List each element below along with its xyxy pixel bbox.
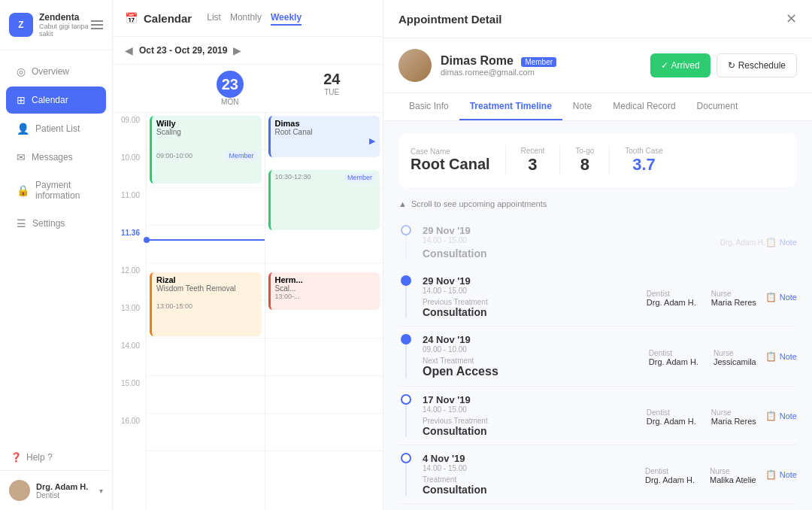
timeline-item-3: 17 Nov '19 14.00 - 15.00 Previous Treatm… — [398, 387, 797, 445]
appointment-reschedule[interactable]: 10:30-12:30 Member — [268, 170, 380, 230]
next-arrow[interactable]: ▶ — [233, 44, 241, 56]
sidebar-label-calendar: Calendar — [32, 95, 68, 105]
logo-area: Z Zendenta Cabut gigi tanpa sakit — [0, 0, 112, 50]
sidebar-label-messages: Messages — [32, 152, 73, 162]
day-num-23: 23 — [217, 71, 244, 98]
detail-body: Case Name Root Canal Recent 3 To-go 8 To… — [383, 121, 812, 510]
sidebar-label-payment: Payment information — [35, 180, 95, 201]
appointment-willy[interactable]: Willy Scaling 09:00-10:00 Member — [150, 116, 262, 184]
stat-tooth: Tooth Case 3.7 — [625, 147, 663, 175]
calendar-area: 📅 Calendar List Monthly Weekly ◀ Oct 23 … — [113, 0, 383, 510]
tab-treatment-timeline[interactable]: Treatment Timeline — [459, 93, 562, 120]
patient-avatar — [398, 49, 432, 82]
avatar — [9, 480, 30, 501]
arrived-button[interactable]: ✓ Arrived — [650, 53, 710, 77]
detail-title: Appointment Detail — [398, 13, 786, 26]
user-name: Drg. Adam H. — [36, 482, 88, 491]
case-name-block: Case Name Root Canal — [411, 147, 490, 173]
patient-details: Dimas Rome Member dimas.romee@gmail.com — [441, 54, 556, 77]
tab-note[interactable]: Note — [562, 93, 602, 120]
case-summary: Case Name Root Canal Recent 3 To-go 8 To… — [398, 133, 797, 187]
appointment-dimas[interactable]: Dimas Root Canal ▶ — [268, 116, 380, 157]
sidebar-item-calendar[interactable]: ⊞ Calendar — [6, 87, 106, 114]
day-num-24: 24 — [284, 71, 380, 88]
help-text: Help ? — [26, 452, 53, 463]
detail-header: Appointment Detail ✕ — [383, 0, 812, 38]
appointment-herm[interactable]: Herm... Scal... 13:00-... — [268, 272, 380, 310]
note-button-2[interactable]: 📋 Note — [765, 351, 797, 362]
note-button-4[interactable]: 📋 Note — [765, 469, 797, 480]
tab-basic-info[interactable]: Basic Info — [398, 93, 459, 120]
sidebar-item-patient-list[interactable]: 👤 Patient List — [6, 115, 106, 142]
patient-name: Dimas Rome — [441, 54, 514, 67]
note-button-3[interactable]: 📋 Note — [765, 411, 797, 421]
logo-text: Zendenta Cabut gigi tanpa sakit — [39, 12, 91, 38]
sidebar-item-payment[interactable]: 🔒 Payment information — [6, 172, 106, 208]
user-details: Drg. Adam H. Dentist — [36, 482, 88, 499]
day-label-mon: Mon — [182, 98, 278, 106]
logo-icon: Z — [9, 13, 33, 37]
day-headers: 23 Mon 24 Tue — [113, 65, 383, 113]
date-range: Oct 23 - Oct 29, 2019 — [139, 45, 227, 56]
hamburger-menu[interactable] — [91, 18, 103, 32]
close-button[interactable]: ✕ — [786, 11, 797, 27]
tab-document[interactable]: Document — [686, 93, 749, 120]
help-section[interactable]: ❓ Help ? — [0, 445, 112, 470]
timeline: 29 Nov '19 14.00 - 15.00 Consultation Dr… — [398, 217, 797, 510]
messages-icon: ✉ — [17, 151, 26, 163]
arrow-up-icon: ▲ — [398, 199, 407, 208]
scroll-hint-text: Scroll to see upcoming appointments — [411, 199, 547, 208]
patient-email: dimas.romee@gmail.com — [441, 68, 556, 77]
patient-info: Dimas Rome Member dimas.romee@gmail.com … — [383, 38, 812, 93]
date-nav: ◀ Oct 23 - Oct 29, 2019 ▶ — [113, 37, 383, 65]
note-button-1[interactable]: 📋 Note — [765, 292, 797, 302]
detail-panel: Appointment Detail ✕ Dimas Rome Member d… — [383, 0, 812, 510]
tab-monthly[interactable]: Monthly — [230, 11, 262, 26]
stat-togo: To-go 8 — [575, 147, 594, 175]
sidebar-item-settings[interactable]: ☰ Settings — [6, 210, 106, 237]
overview-icon: ◎ — [17, 65, 26, 77]
calendar-body: 09.00 10.00 11.00 11.36 12.00 13.00 14.0… — [113, 113, 383, 510]
prev-arrow[interactable]: ◀ — [125, 44, 133, 56]
appointment-rizal[interactable]: Rizal Wisdom Teeth Removal 13:00-15:00 — [150, 272, 262, 336]
timeline-item-1: 29 Nov '19 14.00 - 15.00 Previous Treatm… — [398, 268, 797, 326]
sidebar-item-messages[interactable]: ✉ Messages — [6, 144, 106, 171]
sidebar-label-patient: Patient List — [35, 123, 80, 134]
detail-tabs: Basic Info Treatment Timeline Note Medic… — [383, 93, 812, 121]
calendar-title: Calendar — [144, 12, 192, 25]
reschedule-button[interactable]: ↻ Reschedule — [717, 53, 797, 77]
user-role: Dentist — [36, 491, 88, 499]
grid-col-mon: Willy Scaling 09:00-10:00 Member Rizal W… — [146, 113, 265, 510]
current-time-dot — [144, 237, 150, 243]
calendar-header-icon: 📅 — [125, 12, 138, 24]
sidebar-label-overview: Overview — [32, 66, 69, 77]
user-info[interactable]: Drg. Adam H. Dentist ▾ — [9, 480, 103, 501]
chevron-down-icon[interactable]: ▾ — [99, 487, 103, 495]
note-button-0[interactable]: 📋 Note — [765, 237, 797, 247]
sidebar-item-overview[interactable]: ◎ Overview — [6, 58, 106, 85]
day-col-23: 23 Mon — [179, 65, 281, 112]
tab-weekly[interactable]: Weekly — [271, 11, 301, 26]
grid-col-tue: Dimas Root Canal ▶ 10:30-12:30 Member He… — [265, 113, 383, 510]
patient-icon: 👤 — [17, 123, 29, 135]
payment-icon: 🔒 — [17, 184, 29, 196]
sidebar-footer: Drg. Adam H. Dentist ▾ — [0, 470, 112, 510]
scroll-hint[interactable]: ▲ Scroll to see upcoming appointments — [398, 199, 797, 208]
tab-list[interactable]: List — [207, 11, 221, 26]
case-name-value: Root Canal — [411, 156, 490, 173]
current-time-line — [147, 239, 265, 241]
calendar-icon: ⊞ — [17, 94, 26, 106]
tab-medical-record[interactable]: Medical Record — [602, 93, 686, 120]
case-name-label: Case Name — [411, 147, 490, 156]
timeline-item-5: 1 Nov '19 14.00 - 15.00 Treatment Consul… — [398, 504, 797, 510]
timeline-item-2: 24 Nov '19 09.00 - 10.00 Next Treatment … — [398, 326, 797, 387]
view-tabs: List Monthly Weekly — [207, 11, 301, 26]
reschedule-icon: ↻ — [728, 60, 735, 71]
action-buttons: ✓ Arrived ↻ Reschedule — [650, 53, 797, 77]
stat-recent: Recent 3 — [521, 147, 545, 175]
calendar-header: 📅 Calendar List Monthly Weekly — [113, 0, 383, 37]
day-col-24: 24 Tue — [281, 65, 383, 112]
timeline-item-0: 29 Nov '19 14.00 - 15.00 Consultation Dr… — [398, 217, 797, 268]
patient-member-badge: Member — [521, 57, 556, 67]
time-column: 09.00 10.00 11.00 11.36 12.00 13.00 14.0… — [113, 113, 146, 510]
